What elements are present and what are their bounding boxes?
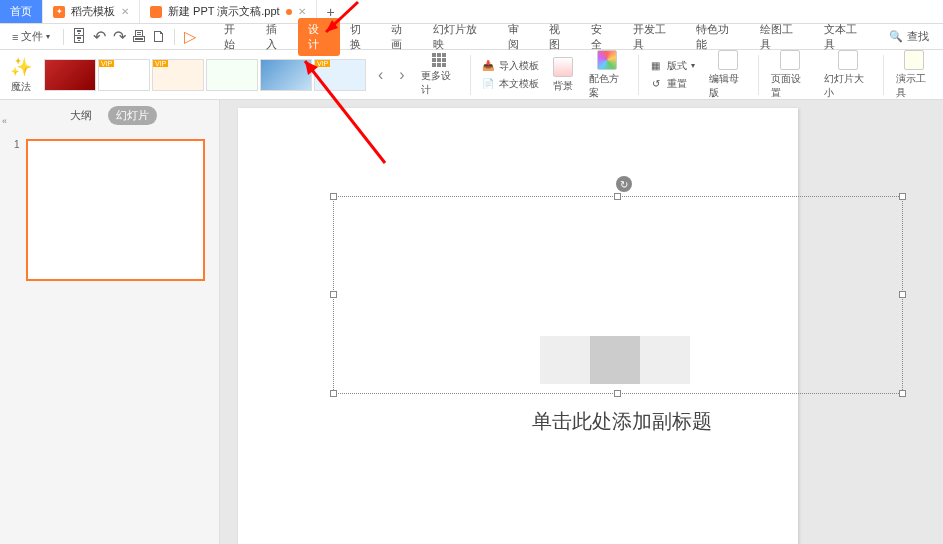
reset-label: 重置 — [667, 77, 687, 91]
side-panel: « 大纲 幻灯片 1 — [0, 100, 220, 544]
chevron-down-icon: ▾ — [46, 32, 50, 41]
reset-icon: ↺ — [649, 77, 663, 91]
slide-number: 1 — [14, 139, 20, 150]
find-button[interactable]: 🔍 查找 — [881, 27, 937, 46]
outline-tab[interactable]: 大纲 — [62, 106, 100, 125]
resize-handle[interactable] — [330, 291, 337, 298]
import-icon: 📥 — [481, 59, 495, 73]
print-preview-icon[interactable]: 🗋 — [151, 29, 167, 45]
slide-size-button[interactable]: 幻灯片大小 — [818, 48, 877, 102]
print-icon[interactable]: 🖶 — [131, 29, 147, 45]
menu-start[interactable]: 开始 — [214, 18, 256, 56]
separator — [470, 55, 471, 95]
prev-theme-button[interactable]: ‹ — [372, 64, 389, 86]
edit-master-button[interactable]: 编辑母版 — [703, 48, 752, 102]
slide-size-icon — [838, 50, 858, 70]
close-icon[interactable]: ✕ — [121, 6, 129, 17]
grid-icon — [432, 53, 446, 67]
doc-icon: 📄 — [481, 77, 495, 91]
present-icon — [904, 50, 924, 70]
subtitle-placeholder[interactable]: 单击此处添加副标题 — [532, 408, 712, 435]
next-theme-button[interactable]: › — [393, 64, 410, 86]
separator — [638, 55, 639, 95]
tab-home[interactable]: 首页 — [0, 0, 43, 23]
menu-insert[interactable]: 插入 — [256, 18, 298, 56]
this-template-label: 本文模板 — [499, 77, 539, 91]
import-template-label: 导入模板 — [499, 59, 539, 73]
palette-icon — [597, 50, 617, 70]
close-icon[interactable]: ✕ — [298, 6, 306, 17]
more-design-button[interactable]: 更多设计 — [415, 51, 464, 99]
menu-transition[interactable]: 切换 — [340, 18, 382, 56]
rotate-handle[interactable]: ↻ — [616, 176, 632, 192]
menu-button[interactable]: ≡ 文件 ▾ — [6, 27, 56, 46]
template-group: 📥 导入模板 📄 本文模板 — [477, 58, 543, 92]
menu-dev[interactable]: 开发工具 — [623, 18, 687, 56]
import-template-button[interactable]: 📥 导入模板 — [477, 58, 543, 74]
theme-thumb-6[interactable] — [314, 59, 366, 91]
play-icon[interactable]: ▷ — [182, 29, 198, 45]
search-icon: 🔍 — [889, 30, 903, 43]
theme-thumb-3[interactable] — [152, 59, 204, 91]
layout-label: 版式 — [667, 59, 687, 73]
magic-label: 魔法 — [11, 80, 31, 94]
present-tools-label: 演示工具 — [896, 72, 933, 100]
body-area: « 大纲 幻灯片 1 ↻ 单击此处添加副 — [0, 100, 943, 544]
blurred-title-text — [540, 336, 690, 384]
page-setup-button[interactable]: 页面设置 — [765, 48, 814, 102]
unsaved-dot-icon — [286, 9, 292, 15]
theme-thumb-4[interactable] — [206, 59, 258, 91]
chevron-down-icon: ▾ — [691, 61, 695, 70]
theme-thumb-1[interactable] — [44, 59, 96, 91]
theme-thumb-5[interactable] — [260, 59, 312, 91]
layout-button[interactable]: ▦ 版式 ▾ — [645, 58, 699, 74]
page-setup-icon — [780, 50, 800, 70]
hamburger-icon: ≡ — [12, 31, 18, 43]
menu-review[interactable]: 审阅 — [498, 18, 540, 56]
thumbnail-list: 1 — [0, 131, 219, 289]
background-button[interactable]: 背景 — [547, 55, 579, 95]
this-template-button[interactable]: 📄 本文模板 — [477, 76, 543, 92]
slide-size-label: 幻灯片大小 — [824, 72, 871, 100]
list-item[interactable]: 1 — [14, 139, 205, 281]
reset-button[interactable]: ↺ 重置 — [645, 76, 699, 92]
edit-master-label: 编辑母版 — [709, 72, 746, 100]
page-setup-label: 页面设置 — [771, 72, 808, 100]
chevron-right-icon: › — [399, 66, 404, 84]
redo-icon[interactable]: ↷ — [111, 29, 127, 45]
slides-tab[interactable]: 幻灯片 — [108, 106, 157, 125]
menu-design[interactable]: 设计 — [298, 18, 340, 56]
separator — [758, 55, 759, 95]
resize-handle[interactable] — [330, 193, 337, 200]
canvas-area[interactable]: ↻ 单击此处添加副标题 — [220, 100, 943, 544]
theme-gallery — [42, 57, 368, 93]
present-tools-button[interactable]: 演示工具 — [890, 48, 939, 102]
resize-handle[interactable] — [330, 390, 337, 397]
layout-icon: ▦ — [649, 59, 663, 73]
resize-handle[interactable] — [614, 193, 621, 200]
toolbar: ≡ 文件 ▾ 🗄 ↶ ↷ 🖶 🗋 ▷ 开始 插入 设计 切换 动画 幻灯片放映 … — [0, 24, 943, 50]
ribbon: ✨ 魔法 ‹ › 更多设计 📥 导入模板 📄 本文模板 背景 配色方案 — [0, 50, 943, 100]
color-scheme-button[interactable]: 配色方案 — [583, 48, 632, 102]
more-design-label: 更多设计 — [421, 69, 458, 97]
resize-handle[interactable] — [899, 193, 906, 200]
save-icon[interactable]: 🗄 — [71, 29, 87, 45]
magic-button[interactable]: ✨ 魔法 — [4, 54, 38, 96]
background-label: 背景 — [553, 79, 573, 93]
chevron-left-icon: ‹ — [378, 66, 383, 84]
resize-handle[interactable] — [899, 390, 906, 397]
side-tabs: 大纲 幻灯片 — [0, 100, 219, 131]
undo-icon[interactable]: ↶ — [91, 29, 107, 45]
resize-handle[interactable] — [899, 291, 906, 298]
slide-canvas[interactable]: ↻ 单击此处添加副标题 — [238, 108, 798, 544]
slide-thumbnail[interactable] — [26, 139, 205, 281]
find-label: 查找 — [907, 29, 929, 44]
file-label: 文件 — [21, 29, 43, 44]
menu-view[interactable]: 视图 — [539, 18, 581, 56]
collapse-icon[interactable]: « — [2, 116, 7, 126]
resize-handle[interactable] — [614, 390, 621, 397]
separator — [883, 55, 884, 95]
theme-thumb-2[interactable] — [98, 59, 150, 91]
tab-home-label: 首页 — [10, 4, 32, 19]
tab-templates[interactable]: ✦ 稻壳模板 ✕ — [43, 0, 140, 23]
